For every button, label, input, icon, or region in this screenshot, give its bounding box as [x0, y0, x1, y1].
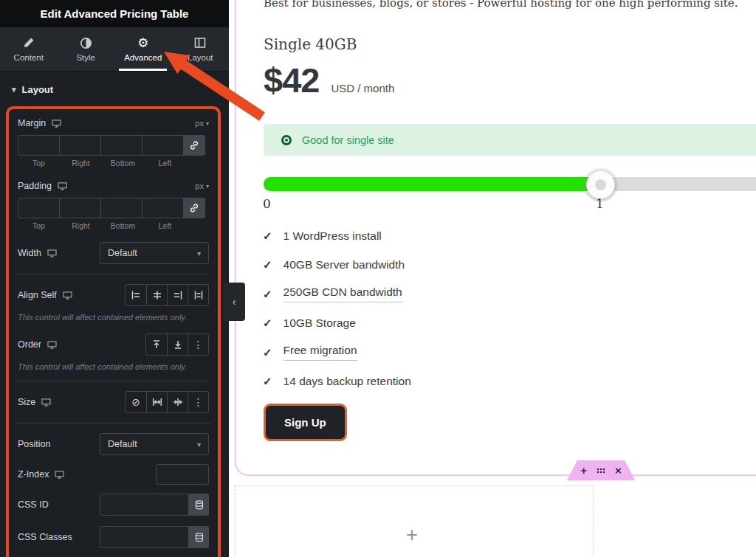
align-center-icon	[152, 290, 162, 300]
monitor-icon[interactable]	[47, 249, 57, 257]
size-shrink-button[interactable]	[167, 392, 188, 412]
drag-handle-icon[interactable]	[597, 468, 605, 474]
padding-label: Padding	[18, 181, 52, 191]
margin-bottom-input[interactable]	[100, 135, 142, 156]
arrow-up-to-bar-icon	[151, 339, 162, 350]
plan-description: Best for businesses, blogs, or stores - …	[264, 0, 751, 10]
monitor-icon[interactable]	[55, 471, 64, 479]
margin-bottom-sublabel: Bottom	[102, 159, 144, 167]
check-icon: ✓	[263, 346, 272, 359]
padding-bottom-input[interactable]	[100, 198, 142, 218]
monitor-icon[interactable]	[41, 398, 51, 406]
order-last-button[interactable]	[167, 334, 188, 355]
margin-label: Margin	[18, 118, 46, 128]
chevron-down-icon: ▾	[206, 120, 209, 127]
section-layout-toggle[interactable]: ▾ Layout	[0, 72, 229, 103]
plan-name: Single 40GB	[264, 35, 357, 53]
width-control: Width Default ▾	[18, 242, 209, 264]
size-label: Size	[18, 397, 35, 407]
dynamic-tags-button[interactable]	[189, 494, 209, 516]
empty-container[interactable]	[235, 485, 594, 557]
gear-icon: ⚙	[137, 36, 148, 49]
size-grow-button[interactable]	[146, 392, 167, 412]
section-layout-title: Layout	[22, 84, 54, 95]
order-first-button[interactable]	[146, 334, 167, 355]
annotation-highlight-box: Margin px ▾	[6, 106, 221, 557]
expand-horizontal-icon	[152, 397, 162, 407]
order-options: ⋮	[145, 333, 209, 356]
monitor-icon[interactable]	[58, 182, 67, 190]
delete-container-icon[interactable]: ×	[615, 465, 622, 476]
padding-unit-selector[interactable]: px ▾	[195, 181, 209, 190]
position-select[interactable]: Default ▾	[100, 433, 209, 455]
monitor-icon[interactable]	[47, 341, 57, 349]
position-control: Position Default ▾	[18, 433, 209, 455]
size-none-button[interactable]: ⊘	[126, 392, 146, 412]
add-container-icon[interactable]: +	[580, 465, 587, 476]
check-icon: ✓	[263, 229, 272, 243]
feature-item: ✓ Free migration	[263, 338, 411, 367]
tab-advanced[interactable]: ⚙ Advanced	[114, 27, 172, 71]
sign-up-button[interactable]: Sign Up	[264, 404, 347, 441]
margin-left-input[interactable]	[142, 135, 184, 156]
tab-layout[interactable]: Layout	[172, 27, 230, 71]
slider-handle[interactable]	[586, 170, 615, 199]
style-icon	[80, 36, 92, 49]
order-label: Order	[18, 339, 41, 350]
size-options: ⊘ ⋮	[125, 391, 209, 413]
css-classes-input[interactable]	[100, 526, 189, 548]
badge-text: Good for single site	[302, 134, 394, 146]
position-label: Position	[18, 439, 50, 449]
link-values-button[interactable]	[183, 135, 205, 156]
feature-item: ✓ 40GB Server bandwidth	[263, 251, 411, 280]
panel-header: Edit Advanced Pricing Table	[0, 0, 229, 27]
padding-right-input[interactable]	[59, 198, 101, 218]
editor-canvas: Best for businesses, blogs, or stores - …	[229, 0, 756, 557]
align-center-button[interactable]	[146, 285, 167, 305]
align-start-button[interactable]	[126, 285, 146, 305]
align-stretch-icon	[193, 290, 204, 300]
add-widget-icon[interactable]: +	[406, 525, 418, 545]
css-id-input[interactable]	[100, 494, 189, 516]
monitor-icon[interactable]	[63, 291, 72, 300]
order-hint: This control will affect contained eleme…	[18, 362, 209, 371]
align-end-button[interactable]	[167, 285, 188, 305]
margin-unit-selector[interactable]: px ▾	[195, 119, 209, 128]
margin-left-sublabel: Left	[144, 159, 186, 167]
divider	[16, 381, 210, 381]
panel-title: Edit Advanced Pricing Table	[41, 7, 189, 20]
chevron-down-icon: ▾	[197, 440, 201, 449]
dynamic-tags-button[interactable]	[189, 526, 209, 548]
margin-top-sublabel: Top	[18, 159, 60, 167]
chevron-left-icon: ‹	[233, 296, 236, 308]
elementor-panel: Edit Advanced Pricing Table Content Styl…	[0, 0, 229, 557]
slider-track[interactable]	[264, 177, 756, 191]
padding-top-input[interactable]	[18, 198, 60, 218]
plan-badge: Good for single site	[264, 124, 756, 156]
padding-left-input[interactable]	[142, 198, 184, 218]
monitor-icon[interactable]	[52, 120, 61, 128]
link-icon	[189, 203, 199, 213]
tab-content[interactable]: Content	[0, 27, 58, 71]
tab-style-label: Style	[76, 53, 95, 62]
order-custom-button[interactable]: ⋮	[188, 334, 208, 355]
database-icon	[195, 533, 204, 542]
tab-advanced-label: Advanced	[124, 53, 162, 62]
tab-layout-label: Layout	[188, 53, 213, 62]
align-stretch-button[interactable]	[188, 285, 208, 305]
price-row: $42 USD / month	[264, 61, 394, 100]
size-custom-button[interactable]: ⋮	[188, 392, 208, 412]
feature-item: ✓ 10GB Storage	[263, 309, 411, 339]
link-values-button[interactable]	[183, 198, 205, 218]
z-index-input[interactable]	[156, 464, 209, 485]
margin-top-input[interactable]	[18, 135, 60, 156]
tab-style[interactable]: Style	[58, 27, 115, 71]
panel-collapse-button[interactable]: ‹	[223, 283, 245, 321]
padding-right-sublabel: Right	[60, 221, 102, 230]
margin-right-input[interactable]	[59, 135, 101, 156]
css-classes-control: CSS Classes	[18, 526, 209, 548]
width-select[interactable]: Default ▾	[100, 242, 209, 264]
padding-control: Padding px ▾	[18, 178, 209, 230]
slider-min-label: 0	[263, 196, 271, 211]
slider-fill	[264, 177, 597, 191]
